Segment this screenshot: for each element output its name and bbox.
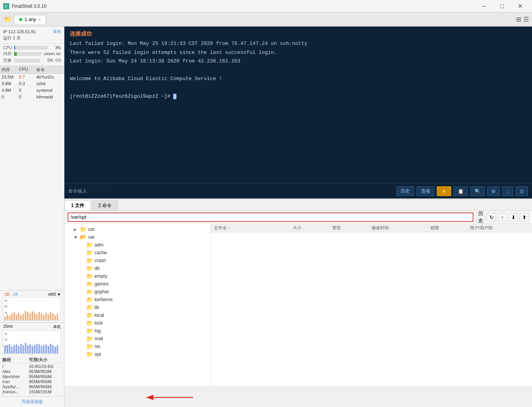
folder-icon: 📁 [3, 15, 12, 24]
proc-row-0: 23.5M 0.7 AliYunDu [0, 74, 64, 80]
tree-folder-icon-opt: 📁 [86, 351, 93, 357]
minimize-button[interactable]: ─ [475, 0, 493, 12]
svg-text:42: 42 [4, 332, 7, 335]
tree-label-cache: cache [94, 250, 107, 255]
proc-cpu-1: 0.3 [19, 81, 37, 86]
maximize-button[interactable]: □ [493, 0, 511, 12]
cursor [173, 94, 176, 99]
content-area: 连接成功 Last failed login: Mon May 25 19:21… [64, 27, 532, 407]
tree-item-local[interactable]: 📁 local [66, 311, 209, 319]
tree-item-var[interactable]: ▼ 📂 var [66, 233, 209, 241]
terminal[interactable]: 连接成功 Last failed login: Mon May 25 19:21… [64, 27, 532, 198]
svg-rect-14 [34, 313, 36, 320]
connection-success: 连接成功 [70, 30, 527, 37]
swap-value: 0% [41, 58, 53, 62]
proc-cmd-3: kthreadd [36, 95, 62, 99]
nav-up-button[interactable]: ↑ [498, 212, 507, 222]
bottom-tabs: 1 文件 2 命令 [64, 199, 532, 211]
tab-any[interactable]: 1 any × [14, 15, 46, 24]
disk-col-path: 路径 [2, 357, 26, 363]
download-files-button[interactable]: ⬇ [509, 212, 518, 222]
proc-mem-3: 0 [2, 95, 19, 99]
tree-item-kerberos[interactable]: 📁 kerberos [66, 296, 209, 303]
file-list-area: 文件名 ↑ 大小 类型 修改时间 权限 用户/用户组 [211, 224, 532, 386]
history-files-button[interactable]: 历史 [476, 212, 485, 222]
tree-folder-icon-lock: 📁 [86, 320, 93, 326]
terminal-line-5 [70, 84, 527, 92]
copy-button[interactable]: 复制 [53, 29, 61, 34]
download-button[interactable]: ↓ [502, 186, 513, 196]
tab-close-icon[interactable]: × [38, 17, 41, 22]
terminal-prompt: [root@iZ2ze67ifeuz62igol9apzZ ~]# [70, 93, 173, 99]
tree-item-lib[interactable]: 📁 lib [66, 303, 209, 311]
cpu-bar [14, 46, 15, 50]
disk-row-4: /sys/fs/... 956M/956M [2, 384, 62, 389]
tree-label-opt: opt [94, 352, 101, 357]
svg-rect-22 [52, 314, 54, 320]
proc-mem-0: 23.5M [2, 75, 19, 79]
options-button[interactable]: 选项 [416, 186, 434, 196]
grid-icon[interactable]: ⊞ [516, 16, 521, 23]
tree-item-nis[interactable]: 📁 nis [66, 343, 209, 350]
upgrade-button[interactable]: 升级高级版 [0, 396, 64, 407]
history-button[interactable]: 历史 [396, 186, 414, 196]
tree-item-db[interactable]: 📁 db [66, 264, 209, 272]
close-button[interactable]: ✕ [511, 0, 529, 12]
proc-row-2: 4.8M 0 systemd [0, 87, 64, 94]
svg-rect-32 [11, 347, 12, 353]
svg-rect-42 [34, 345, 36, 353]
svg-rect-31 [9, 344, 11, 353]
svg-rect-36 [20, 344, 22, 353]
svg-rect-41 [32, 346, 33, 353]
menu-icon[interactable]: ☰ [523, 16, 529, 23]
tree-item-cache[interactable]: 📁 cache [66, 249, 209, 257]
lightning-button[interactable]: ⚡ [437, 186, 451, 196]
settings-button[interactable]: ⚙ [487, 186, 500, 196]
copy-terminal-button[interactable]: 📋 [454, 186, 468, 196]
svg-rect-24 [57, 314, 58, 320]
mem-bar-container [14, 52, 42, 56]
tree-item-crash[interactable]: 📁 crash [66, 257, 209, 264]
svg-rect-8 [20, 315, 22, 320]
svg-rect-35 [18, 346, 20, 353]
tree-item-games[interactable]: 📁 games [66, 280, 209, 288]
net-download-label: ↓1K [11, 292, 18, 296]
tree-item-adm[interactable]: 📁 adm [66, 241, 209, 249]
svg-text:3K: 3K [4, 305, 8, 308]
col-type: 类型 [332, 225, 372, 231]
tree-item-mail[interactable]: 📁 mail [66, 335, 209, 343]
path-input[interactable] [68, 212, 473, 222]
fullscreen-button[interactable]: ⊡ [516, 186, 528, 196]
disk-row-3: /run 955M/956M [2, 379, 62, 384]
search-terminal-button[interactable]: 🔍 [470, 186, 485, 196]
svg-rect-3 [9, 316, 11, 320]
svg-rect-43 [36, 344, 38, 353]
tree-folder-icon-lib: 📁 [86, 304, 93, 311]
tab-commands[interactable]: 2 命令 [92, 200, 118, 211]
svg-rect-18 [43, 315, 44, 320]
proc-mem-1: 9.8M [2, 81, 19, 86]
tree-item-empty[interactable]: 📁 empty [66, 272, 209, 280]
svg-rect-6 [16, 314, 17, 320]
file-list-body [211, 232, 532, 386]
tree-arrow-usr: ▶ [74, 227, 78, 232]
tab-files[interactable]: 1 文件 [64, 200, 91, 211]
tree-item-log[interactable]: 📁 log [66, 327, 209, 335]
ping-local: 本机 [53, 324, 61, 330]
svg-rect-10 [25, 311, 27, 320]
col-time: 修改时间 [372, 225, 431, 231]
tree-label-log: log [94, 328, 101, 334]
tree-item-lock[interactable]: 📁 lock [66, 319, 209, 327]
tree-folder-icon-kerberos: 📁 [86, 296, 93, 303]
refresh-button[interactable]: ↻ [487, 212, 496, 222]
tree-label-adm: adm [94, 242, 103, 248]
svg-rect-34 [16, 345, 17, 353]
ping-label: 15ms [3, 324, 12, 330]
tree-item-usr[interactable]: ▶ 📁 usr [66, 225, 209, 233]
terminal-toolbar: 命令输入 · · · 历史 选项 ⚡ 📋 🔍 ⚙ ↓ ⊡ [64, 184, 532, 198]
svg-rect-4 [11, 314, 12, 320]
tree-folder-icon-log: 📁 [86, 328, 93, 334]
upload-files-button[interactable]: ⬆ [520, 212, 529, 222]
tree-item-gopher[interactable]: 📁 gopher [66, 288, 209, 296]
tree-item-opt[interactable]: 📁 opt [66, 350, 209, 358]
